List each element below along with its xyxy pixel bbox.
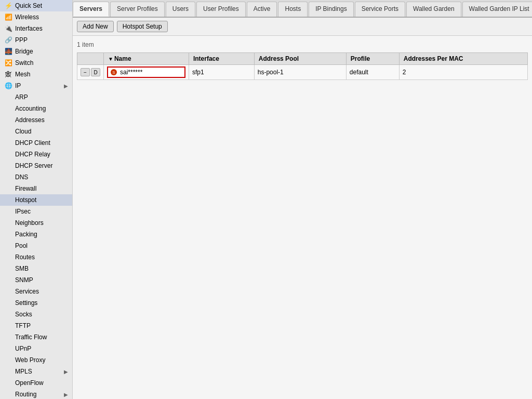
table-header-row: ▼NameInterfaceAddress PoolProfileAddress… <box>77 53 528 65</box>
tab-users[interactable]: Users <box>166 2 195 17</box>
sidebar-label-dhcp-relay: DHCP Relay <box>15 151 68 158</box>
smb-icon <box>4 264 12 273</box>
tab-walled-garden-ip[interactable]: Walled Garden IP List <box>462 2 532 17</box>
sidebar-label-tftp: TFTP <box>15 322 68 329</box>
sidebar-item-tftp[interactable]: TFTP <box>0 320 72 331</box>
mpls-icon <box>4 367 12 376</box>
sidebar-item-neighbors[interactable]: Neighbors <box>0 217 72 229</box>
sidebar-item-dhcp-relay[interactable]: DHCP Relay <box>0 149 72 160</box>
sidebar-item-web-proxy[interactable]: Web Proxy <box>0 354 72 366</box>
sidebar-item-ipsec[interactable]: IPsec <box>0 206 72 217</box>
sidebar-item-interfaces[interactable]: 🔌Interfaces <box>0 23 72 34</box>
sidebar-item-dns[interactable]: DNS <box>0 171 72 183</box>
tab-hosts[interactable]: Hosts <box>278 2 308 17</box>
sidebar-label-traffic-flow: Traffic Flow <box>15 334 68 341</box>
dhcp-server-icon <box>4 162 12 170</box>
main-content: ServersServer ProfilesUsersUser Profiles… <box>73 0 532 399</box>
quick-set-icon: ⚡ <box>4 2 12 10</box>
col-header-addresses-per-mac[interactable]: Addresses Per MAC <box>399 53 527 65</box>
sidebar-item-switch[interactable]: 🔀Switch <box>0 57 72 69</box>
tab-ip-bindings[interactable]: IP Bindings <box>309 2 354 17</box>
sidebar-item-mpls[interactable]: MPLS▶ <box>0 366 72 377</box>
settings-icon <box>4 299 12 307</box>
col-header-actions <box>77 53 104 65</box>
name-cell-inner: S sai****** <box>107 66 185 78</box>
col-header-profile[interactable]: Profile <box>346 53 399 65</box>
sidebar-item-bridge[interactable]: 🌉Bridge <box>0 46 72 57</box>
sidebar-label-dns: DNS <box>15 174 68 181</box>
web-proxy-icon <box>4 356 12 364</box>
sidebar-item-ppp[interactable]: 🔗PPP <box>0 34 72 46</box>
tab-user-profiles[interactable]: User Profiles <box>196 2 246 17</box>
mesh-icon: 🕸 <box>4 70 12 78</box>
sidebar-item-socks[interactable]: Socks <box>0 309 72 320</box>
upnp-icon <box>4 344 12 353</box>
sidebar-item-dhcp-server[interactable]: DHCP Server <box>0 160 72 171</box>
row-name-cell[interactable]: S sai****** <box>104 65 189 80</box>
sidebar-label-socks: Socks <box>15 311 68 318</box>
sidebar-item-pool[interactable]: Pool <box>0 240 72 251</box>
sidebar-item-dhcp-client[interactable]: DHCP Client <box>0 137 72 149</box>
content-area: 1 item ▼NameInterfaceAddress PoolProfile… <box>73 36 532 399</box>
sidebar-label-wireless: Wireless <box>15 14 68 21</box>
services-icon <box>4 287 12 296</box>
ip-icon: 🌐 <box>4 82 12 90</box>
sidebar-label-ppp: PPP <box>15 36 68 44</box>
sidebar-item-wireless[interactable]: 📶Wireless <box>0 11 72 23</box>
sidebar-item-smb[interactable]: SMB <box>0 263 72 274</box>
sidebar-item-packing[interactable]: Packing <box>0 229 72 240</box>
col-header-interface[interactable]: Interface <box>189 53 254 65</box>
dhcp-client-icon <box>4 139 12 147</box>
sidebar-item-mesh[interactable]: 🕸Mesh <box>0 69 72 80</box>
sidebar-item-ip[interactable]: 🌐IP▶ <box>0 80 72 91</box>
sidebar-item-accounting[interactable]: Accounting <box>0 103 72 114</box>
sidebar-item-services[interactable]: Services <box>0 286 72 297</box>
sidebar-item-quick-set[interactable]: ⚡Quick Set <box>0 0 72 11</box>
tab-walled-garden[interactable]: Walled Garden <box>406 2 461 17</box>
sidebar-item-routing[interactable]: Routing▶ <box>0 389 72 399</box>
row-name-text: sai****** <box>120 69 142 76</box>
sidebar-label-addresses: Addresses <box>15 116 68 124</box>
sidebar-label-hotspot: Hotspot <box>15 196 68 204</box>
sidebar-item-routes[interactable]: Routes <box>0 251 72 263</box>
sort-indicator: ▼ <box>108 56 113 62</box>
sidebar-item-cloud[interactable]: Cloud <box>0 126 72 137</box>
sidebar-item-snmp[interactable]: SNMP <box>0 274 72 286</box>
sidebar-label-neighbors: Neighbors <box>15 219 68 227</box>
socks-icon <box>4 310 12 318</box>
ipsec-icon <box>4 207 12 216</box>
traffic-flow-icon <box>4 333 12 341</box>
add-new-button[interactable]: Add New <box>77 21 114 32</box>
sidebar-label-web-proxy: Web Proxy <box>15 356 68 364</box>
wireless-icon: 📶 <box>4 13 12 21</box>
item-count: 1 item <box>77 40 528 49</box>
sidebar-item-hotspot[interactable]: Hotspot <box>0 194 72 206</box>
sidebar-label-ipsec: IPsec <box>15 208 68 215</box>
mpls-arrow-icon: ▶ <box>64 369 68 375</box>
addresses-icon <box>4 116 12 124</box>
tab-active[interactable]: Active <box>247 2 277 17</box>
sidebar-label-firewall: Firewall <box>15 185 68 192</box>
tab-service-ports[interactable]: Service Ports <box>355 2 405 17</box>
cloud-icon <box>4 127 12 136</box>
row-profile-cell: default <box>346 65 399 80</box>
sidebar-label-bridge: Bridge <box>15 48 68 55</box>
sidebar-label-quick-set: Quick Set <box>15 2 68 9</box>
hotspot-setup-button[interactable]: Hotspot Setup <box>117 21 168 32</box>
tab-server-profiles[interactable]: Server Profiles <box>110 2 165 17</box>
sidebar-label-services: Services <box>15 288 68 295</box>
sidebar-item-addresses[interactable]: Addresses <box>0 114 72 126</box>
row-minus-button[interactable]: − <box>81 68 90 76</box>
sidebar-item-upnp[interactable]: UPnP <box>0 343 72 354</box>
sidebar-item-openflow[interactable]: OpenFlow <box>0 377 72 389</box>
table-row: −D S sai******sfp1hs-pool-1default2 <box>77 65 528 80</box>
row-d-button[interactable]: D <box>91 68 100 76</box>
sidebar-item-arp[interactable]: ARP <box>0 91 72 103</box>
sidebar-item-settings[interactable]: Settings <box>0 297 72 309</box>
col-header-address-pool[interactable]: Address Pool <box>254 53 346 65</box>
sidebar-item-traffic-flow[interactable]: Traffic Flow <box>0 331 72 343</box>
neighbors-icon <box>4 219 12 227</box>
sidebar-item-firewall[interactable]: Firewall <box>0 183 72 194</box>
col-header-name[interactable]: ▼Name <box>104 53 189 65</box>
tab-servers[interactable]: Servers <box>73 2 109 17</box>
